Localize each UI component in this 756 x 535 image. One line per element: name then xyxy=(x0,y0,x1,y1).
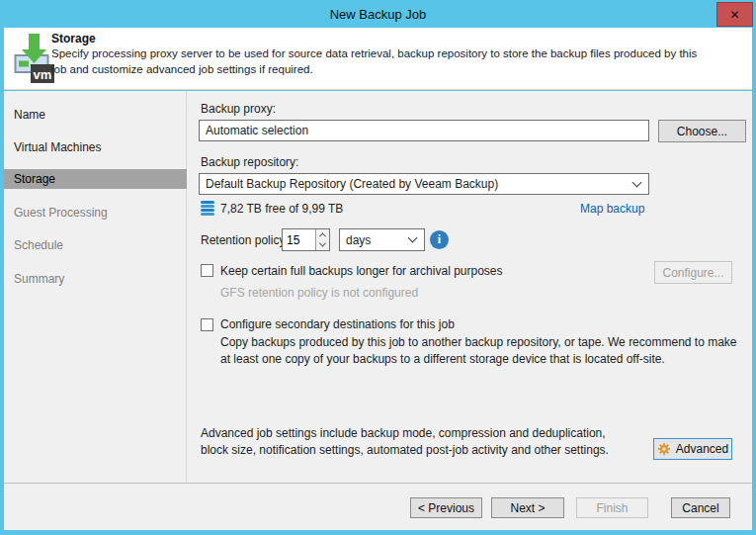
advanced-description-line2: block size, notification settings, autom… xyxy=(201,443,609,457)
secondary-description-line2: at least one copy of your backups to a d… xyxy=(220,352,665,366)
close-button[interactable]: ✕ xyxy=(716,2,753,27)
spin-down-button[interactable] xyxy=(316,240,329,251)
step-description-line2: job and customize advanced job settings … xyxy=(51,63,313,75)
choose-proxy-button[interactable]: Choose... xyxy=(658,120,746,142)
storage-step-content: Backup proxy: Choose... Backup repositor… xyxy=(188,91,752,483)
retention-policy-label: Retention policy: xyxy=(201,233,289,247)
sidebar-item-guest-processing[interactable]: Guest Processing xyxy=(4,203,187,223)
wizard-steps-sidebar: Name Virtual Machines Storage Guest Proc… xyxy=(4,91,187,483)
wizard-body: Name Virtual Machines Storage Guest Proc… xyxy=(4,91,752,483)
gfs-status-text: GFS retention policy is not configured xyxy=(220,286,418,300)
sidebar-item-name[interactable]: Name xyxy=(4,105,187,125)
step-title: Storage xyxy=(51,32,96,45)
finish-button[interactable]: Finish xyxy=(576,497,648,518)
sidebar-item-schedule[interactable]: Schedule xyxy=(4,235,187,255)
spin-up-icon xyxy=(319,232,326,239)
secondary-destinations-label: Configure secondary destinations for thi… xyxy=(220,317,455,331)
spin-down-icon xyxy=(319,240,326,247)
next-button[interactable]: Next > xyxy=(491,497,564,518)
gfs-checkbox[interactable] xyxy=(201,264,213,277)
backup-repository-selected-value: Default Backup Repository (Created by Ve… xyxy=(206,177,628,191)
svg-text:vm: vm xyxy=(34,67,52,82)
gfs-checkbox-label: Keep certain full backups longer for arc… xyxy=(220,264,503,278)
close-icon: ✕ xyxy=(729,9,739,21)
info-icon[interactable]: i xyxy=(430,230,449,249)
repository-free-space-text: 7,82 TB free of 9,99 TB xyxy=(220,202,343,216)
previous-button[interactable]: < Previous xyxy=(410,497,482,518)
secondary-description-line1: Copy backups produced by this job to ano… xyxy=(220,335,737,349)
backup-proxy-input[interactable] xyxy=(199,120,649,141)
disk-icon xyxy=(201,201,214,216)
retention-spinner xyxy=(315,229,329,250)
gear-icon xyxy=(657,442,671,456)
backup-repository-label: Backup repository: xyxy=(201,155,298,169)
chevron-down-icon xyxy=(408,233,418,243)
secondary-destinations-checkbox[interactable] xyxy=(201,318,213,331)
retention-value-stepper xyxy=(282,228,330,251)
retention-unit-selected-value: days xyxy=(346,233,403,247)
retention-value-input[interactable] xyxy=(283,229,315,250)
chevron-down-icon xyxy=(632,177,642,187)
sidebar-item-virtual-machines[interactable]: Virtual Machines xyxy=(4,137,187,157)
spin-up-button[interactable] xyxy=(316,229,329,240)
window-title: New Backup Job xyxy=(330,7,427,22)
backup-repository-select[interactable]: Default Backup Repository (Created by Ve… xyxy=(199,173,649,195)
sidebar-item-summary[interactable]: Summary xyxy=(4,269,187,289)
map-backup-link[interactable]: Map backup xyxy=(580,202,644,216)
cancel-button[interactable]: Cancel xyxy=(671,497,730,518)
sidebar-item-storage[interactable]: Storage xyxy=(4,169,187,189)
new-backup-job-dialog: New Backup Job ✕ vm Storage Specify proc… xyxy=(0,0,756,535)
step-description-line1: Specify processing proxy server to be us… xyxy=(51,47,697,59)
title-bar: New Backup Job xyxy=(0,0,756,28)
advanced-description-line1: Advanced job settings include backup mod… xyxy=(201,426,606,440)
wizard-footer: < Previous Next > Finish Cancel xyxy=(4,483,752,530)
wizard-header: vm Storage Specify processing proxy serv… xyxy=(4,28,752,90)
retention-unit-select[interactable]: days xyxy=(339,228,425,251)
veeam-vm-logo-icon: vm xyxy=(14,31,55,86)
advanced-button[interactable]: Advanced xyxy=(653,438,732,460)
configure-gfs-button[interactable]: Configure... xyxy=(654,261,732,284)
backup-proxy-label: Backup proxy: xyxy=(201,102,276,116)
advanced-button-label: Advanced xyxy=(676,442,728,456)
